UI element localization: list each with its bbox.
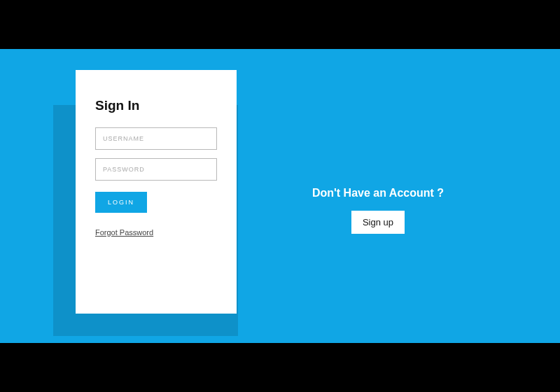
forgot-password-link[interactable]: Forgot Password	[95, 228, 153, 237]
stage-background: Sign In LOGIN Forgot Password Don't Have…	[0, 49, 560, 343]
signin-card: Sign In LOGIN Forgot Password	[76, 70, 237, 314]
password-input[interactable]	[95, 158, 217, 181]
signup-panel: Don't Have an Account ? Sign up	[238, 105, 518, 315]
signup-button[interactable]: Sign up	[351, 211, 405, 234]
signup-prompt: Don't Have an Account ?	[312, 187, 444, 200]
username-input[interactable]	[95, 127, 217, 150]
signin-title: Sign In	[95, 98, 217, 113]
login-button[interactable]: LOGIN	[95, 192, 147, 213]
